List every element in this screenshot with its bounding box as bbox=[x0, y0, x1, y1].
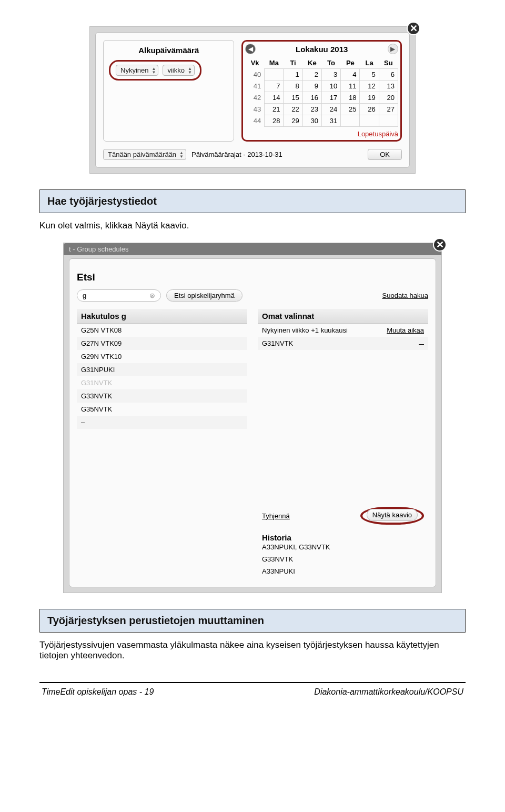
cal-day[interactable]: 18 bbox=[341, 92, 360, 104]
result-item[interactable]: G27N VTK09 bbox=[77, 337, 247, 350]
dow-la: La bbox=[360, 57, 379, 69]
selections-column: Omat valinnat Nykyinen viikko +1 kuukaus… bbox=[258, 309, 428, 579]
results-column: Hakutulos g G25N VTK08G27N VTK09G29N VTK… bbox=[77, 309, 247, 579]
stepper-icon: ▲▼ bbox=[188, 67, 192, 74]
cal-day[interactable]: 31 bbox=[321, 115, 340, 127]
dow-ma: Ma bbox=[265, 57, 284, 69]
cal-day[interactable]: 10 bbox=[321, 81, 340, 92]
result-item[interactable]: G31NPUKI bbox=[77, 363, 247, 376]
cal-day[interactable]: 21 bbox=[265, 104, 284, 115]
unit-select[interactable]: viikko ▲▼ bbox=[163, 65, 194, 76]
cal-day[interactable] bbox=[341, 115, 360, 127]
result-item[interactable]: G25N VTK08 bbox=[77, 324, 247, 337]
selection-range-text: Nykyinen viikko +1 kuukausi bbox=[262, 326, 348, 334]
section-hae-title: Hae työjärjestystiedot bbox=[39, 189, 466, 213]
filter-search-link[interactable]: Suodata hakua bbox=[382, 292, 428, 299]
dow-vk: Vk bbox=[245, 57, 264, 69]
section-hae-body: Kun olet valmis, klikkaa Näytä kaavio. bbox=[39, 220, 466, 231]
week-num: 40 bbox=[245, 69, 264, 81]
date-range-text: Päivämäärärajat - 2013-10-31 bbox=[191, 151, 282, 158]
search-groups-button[interactable]: Etsi opiskelijaryhmä bbox=[166, 289, 243, 302]
cal-day[interactable] bbox=[265, 69, 284, 81]
calendar-popup-screenshot: ✕ Alkupäivämäärä Nykyinen ▲▼ viikko ▲▼ bbox=[89, 26, 416, 174]
footer-left: TimeEdit opiskelijan opas - 19 bbox=[42, 687, 154, 697]
result-item[interactable]: – bbox=[77, 416, 247, 429]
today-to-date-label: Tänään päivämäärään bbox=[108, 151, 176, 158]
cal-day[interactable]: 16 bbox=[302, 92, 321, 104]
cal-day[interactable]: 8 bbox=[284, 81, 302, 92]
cal-day[interactable]: 7 bbox=[265, 81, 284, 92]
history-title: Historia bbox=[258, 529, 428, 543]
remove-item-icon[interactable]: – bbox=[419, 341, 424, 346]
cal-day[interactable]: 1 bbox=[284, 69, 302, 81]
cal-day[interactable]: 13 bbox=[379, 81, 398, 92]
cal-day[interactable]: 20 bbox=[379, 92, 398, 104]
footer-divider bbox=[39, 682, 466, 683]
result-item[interactable]: G35NVTK bbox=[77, 403, 247, 416]
cal-day[interactable]: 23 bbox=[302, 104, 321, 115]
footer-right: Diakonia-ammattikorkeakoulu/KOOPSU bbox=[314, 687, 463, 697]
today-to-date-select[interactable]: Tänään päivämäärään ▲▼ bbox=[103, 149, 186, 160]
cal-day[interactable]: 12 bbox=[360, 81, 379, 92]
result-item[interactable]: G29N VTK10 bbox=[77, 350, 247, 363]
week-num: 42 bbox=[245, 92, 264, 104]
week-num: 41 bbox=[245, 81, 264, 92]
cal-day[interactable]: 15 bbox=[284, 92, 302, 104]
cal-day[interactable]: 27 bbox=[379, 104, 398, 115]
dow-su: Su bbox=[379, 57, 398, 69]
cal-day[interactable] bbox=[360, 115, 379, 127]
stepper-icon: ▲▼ bbox=[179, 151, 184, 158]
next-month-button[interactable]: ▶ bbox=[388, 44, 398, 54]
month-label: Lokakuu 2013 bbox=[296, 45, 348, 54]
cal-day[interactable]: 30 bbox=[302, 115, 321, 127]
dow-to: To bbox=[321, 57, 340, 69]
cal-day[interactable]: 14 bbox=[265, 92, 284, 104]
change-time-link[interactable]: Muuta aikaa bbox=[387, 326, 424, 334]
cal-day[interactable]: 4 bbox=[341, 69, 360, 81]
results-header: Hakutulos g bbox=[77, 309, 247, 324]
start-date-panel: Alkupäivämäärä Nykyinen ▲▼ viikko ▲▼ bbox=[103, 40, 234, 142]
cal-day[interactable]: 6 bbox=[379, 69, 398, 81]
cal-day[interactable]: 5 bbox=[360, 69, 379, 81]
calendar-panel: ◀ Lokakuu 2013 ▶ Vk Ma Ti Ke To Pe La bbox=[241, 40, 402, 142]
cal-day[interactable]: 19 bbox=[360, 92, 379, 104]
dow-ti: Ti bbox=[284, 57, 302, 69]
cal-day[interactable]: 17 bbox=[321, 92, 340, 104]
cal-day[interactable]: 2 bbox=[302, 69, 321, 81]
end-date-label: Lopetuspäivä bbox=[245, 130, 398, 138]
dow-pe: Pe bbox=[341, 57, 360, 69]
red-highlight-ellipse: Näytä kaavio bbox=[360, 507, 424, 525]
cal-day[interactable] bbox=[379, 115, 398, 127]
close-icon[interactable]: ✕ bbox=[433, 238, 447, 252]
window-tab-header: t - Group schedules bbox=[64, 243, 441, 255]
cal-day[interactable]: 25 bbox=[341, 104, 360, 115]
cal-day[interactable]: 22 bbox=[284, 104, 302, 115]
result-item[interactable]: G31NVTK bbox=[77, 376, 247, 389]
search-input[interactable]: g ⊗ bbox=[77, 289, 161, 302]
history-line[interactable]: G33NVTK bbox=[258, 555, 428, 567]
ok-button[interactable]: OK bbox=[368, 149, 402, 160]
prev-month-button[interactable]: ◀ bbox=[245, 44, 256, 54]
history-line[interactable]: A33NPUKI, G33NVTK bbox=[258, 543, 428, 555]
cal-day[interactable]: 26 bbox=[360, 104, 379, 115]
cal-day[interactable]: 9 bbox=[302, 81, 321, 92]
result-item[interactable]: G33NVTK bbox=[77, 389, 247, 403]
cal-day[interactable]: 29 bbox=[284, 115, 302, 127]
cal-day[interactable]: 3 bbox=[321, 69, 340, 81]
section-perus-title: Työjärjestyksen perustietojen muuttamine… bbox=[39, 609, 466, 633]
current-select[interactable]: Nykyinen ▲▼ bbox=[116, 65, 158, 76]
cal-day[interactable]: 11 bbox=[341, 81, 360, 92]
calendar-grid: Vk Ma Ti Ke To Pe La Su 40123456 4178910… bbox=[245, 57, 398, 127]
clear-input-icon[interactable]: ⊗ bbox=[149, 292, 155, 299]
cal-day[interactable]: 24 bbox=[321, 104, 340, 115]
start-date-title: Alkupäivämäärä bbox=[109, 46, 228, 55]
show-chart-button[interactable]: Näytä kaavio bbox=[367, 509, 418, 521]
history-line[interactable]: A33NPUKI bbox=[258, 567, 428, 579]
clear-link[interactable]: Tyhjennä bbox=[262, 512, 290, 520]
cal-day[interactable]: 28 bbox=[265, 115, 284, 127]
red-highlight-ring: Nykyinen ▲▼ viikko ▲▼ bbox=[109, 60, 201, 81]
stepper-icon: ▲▼ bbox=[152, 67, 156, 74]
section-perus-body: Työjärjestyssivujen vasemmasta yläkulmas… bbox=[39, 640, 466, 661]
selected-item[interactable]: G31NVTK – bbox=[258, 337, 428, 350]
search-input-value: g bbox=[83, 292, 86, 299]
